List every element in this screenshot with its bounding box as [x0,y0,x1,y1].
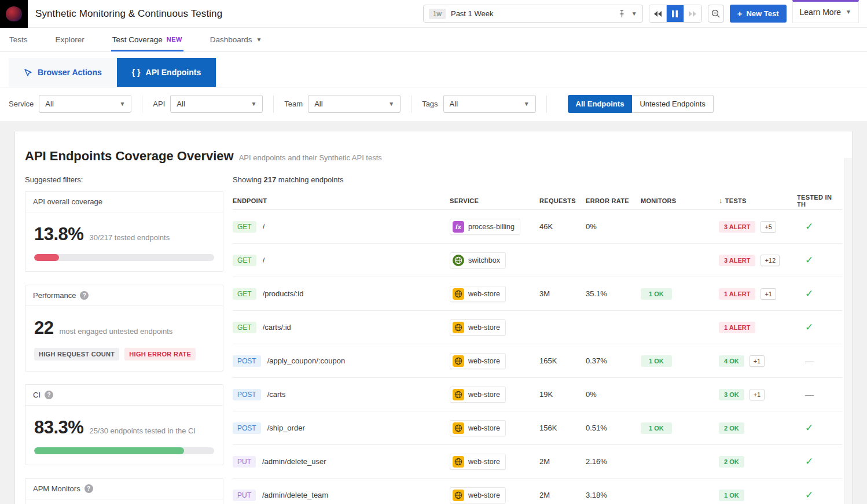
col-tested-in-ci[interactable]: TESTED IN TH [797,194,842,208]
team-filter-select[interactable]: All▼ [308,95,401,113]
table-row[interactable]: GET /carts/:id web-store 1 ALERT [233,311,842,344]
time-range-picker[interactable]: 1w Past 1 Week ▼ [423,5,643,23]
service-icon [453,355,464,367]
new-badge: NEW [167,36,182,43]
endpoints-table-section: Showing 217 matching endpoints ENDPOINT … [233,175,842,504]
coverage-percent: 13.8% [34,224,83,245]
learn-more-button[interactable]: Learn More ▼ [792,0,859,23]
service-filter-select[interactable]: All▼ [39,95,131,113]
learn-more-caret-icon: ▼ [846,9,851,15]
new-test-button[interactable]: + New Test [730,5,787,23]
api-filter-label: API [153,100,165,108]
service-name: web-store [468,424,500,432]
service-name: web-store [468,290,500,298]
col-tests[interactable]: ↓ TESTS [719,196,797,205]
tab-api-endpoints[interactable]: { } API Endpoints [117,58,216,87]
forward-button[interactable] [684,5,701,22]
toggle-untested-endpoints[interactable]: Untested Endpoints [632,95,713,113]
tab-browser-actions[interactable]: Browser Actions [9,58,117,87]
col-monitors[interactable]: MONITORS [641,197,719,204]
service-chip[interactable]: web-store [450,319,506,336]
tags-filter-select[interactable]: All▼ [443,95,536,113]
help-icon[interactable]: ? [85,484,93,493]
tests-extra-chip[interactable]: +1 [761,288,776,300]
service-name: web-store [468,491,500,499]
table-row[interactable]: PUT /admin/delete_team web-store 2M 3.18… [233,479,842,504]
chevron-down-icon: ▼ [524,101,530,107]
ci-card[interactable]: CI ? 83.3% 25/30 endpoints tested in the… [25,384,223,465]
service-icon [453,322,464,333]
table-row[interactable]: POST /carts web-store 19K 0% 3 OK +1 [233,378,842,411]
service-chip[interactable]: web-store [450,387,506,403]
service-chip[interactable]: web-store [450,353,506,369]
method-badge: GET [233,221,256,233]
method-badge: PUT [233,456,256,468]
table-row[interactable]: GET /products/:id web-store 3M 35.1% 1 O… [233,277,842,311]
table-row[interactable]: POST /ship_order web-store 156K 0.51% 1 … [233,411,842,445]
service-name: switchbox [468,256,500,264]
requests-value: 46K [539,222,586,231]
cursor-icon [24,68,32,77]
nav-tests[interactable]: Tests [9,28,28,51]
service-name: web-store [468,391,500,399]
nav-dashboards[interactable]: Dashboards ▼ [210,28,262,51]
vertical-scrollbar-track[interactable] [844,158,852,504]
help-icon[interactable]: ? [45,391,53,399]
results-count: 217 [264,175,277,184]
tests-extra-chip[interactable]: +12 [761,255,780,266]
col-error-rate[interactable]: ERROR RATE [586,197,641,204]
api-filter-select[interactable]: All▼ [170,95,263,113]
requests-value: 3M [539,289,586,298]
tests-extra-chip[interactable]: +1 [750,389,765,400]
service-name: web-store [468,357,500,365]
col-requests[interactable]: REQUESTS [539,197,586,204]
service-icon [453,490,464,501]
toggle-all-endpoints[interactable]: All Endpoints [568,95,633,113]
filter-bar: Service All▼ API All▼ Team All▼ Tags All… [0,87,867,120]
service-icon [453,288,464,300]
tests-badge: 2 OK [719,456,744,468]
time-picker-caret-icon[interactable]: ▼ [631,10,637,17]
table-header-row: ENDPOINT SERVICE REQUESTS ERROR RATE MON… [233,192,842,210]
service-chip[interactable]: web-store [450,454,506,470]
method-badge: POST [233,422,261,434]
rewind-button[interactable] [649,5,667,22]
tests-extra-chip[interactable]: +1 [750,355,765,367]
method-badge: GET [233,255,256,266]
zoom-out-button[interactable] [708,5,724,23]
tests-extra-chip[interactable]: +5 [761,221,776,233]
ci-detail: 25/30 endpoints tested in the CI [89,426,196,435]
tested-in-ci-icon: ✓ [805,422,813,434]
table-row[interactable]: PUT /admin/delete_user web-store 2M 2.16… [233,445,842,479]
table-row[interactable]: GET / switchbox 3 ALERT +12 [233,244,842,277]
service-chip[interactable]: switchbox [450,252,506,268]
endpoint-toggle-group: All Endpoints Untested Endpoints [568,95,714,113]
service-chip[interactable]: fx process-billing [450,219,520,235]
help-icon[interactable]: ? [80,291,89,300]
ci-progress-bar [34,447,214,454]
service-chip[interactable]: web-store [450,420,506,436]
requests-value: 19K [539,390,586,399]
table-row[interactable]: POST /apply_coupon/:coupon web-store 165… [233,344,842,378]
time-range-label: Past 1 Week [451,9,493,18]
pin-icon[interactable] [618,10,626,18]
endpoint-path: /apply_coupon/:coupon [267,356,345,365]
col-endpoint[interactable]: ENDPOINT [233,197,450,204]
performance-card[interactable]: Performance ? 22 most engaged untested e… [25,285,223,371]
dashboards-caret-icon: ▼ [256,36,262,43]
nav-test-coverage[interactable]: Test Coverage NEW [112,28,182,51]
table-row[interactable]: GET / fx process-billing 46K 0% 3 ALERT [233,210,842,244]
datadog-logo[interactable] [0,0,28,28]
divider [142,95,142,113]
service-chip[interactable]: web-store [450,286,506,302]
service-chip[interactable]: web-store [450,487,506,503]
api-coverage-card[interactable]: API overall coverage 13.8% 30/217 tested… [25,191,223,272]
apm-monitors-card[interactable]: APM Monitors ? 8 [25,478,223,504]
tested-in-ci-icon: — [805,389,814,399]
pause-button[interactable] [667,5,684,22]
panel-subtitle: API endpoints and their Synthetic API te… [239,153,382,162]
tests-badge: 1 ALERT [719,288,755,300]
nav-explorer[interactable]: Explorer [56,28,85,51]
col-service[interactable]: SERVICE [450,197,539,204]
ci-percent: 83.3% [34,417,83,438]
